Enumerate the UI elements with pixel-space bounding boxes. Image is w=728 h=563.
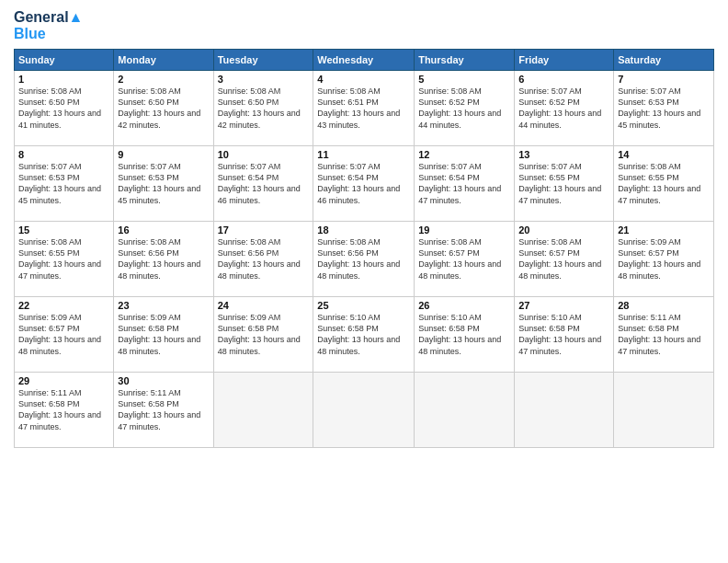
calendar-cell: 22 Sunrise: 5:09 AM Sunset: 6:57 PM Dayl… bbox=[15, 297, 114, 373]
day-number: 15 bbox=[18, 224, 109, 236]
day-number: 27 bbox=[518, 300, 609, 311]
calendar-cell: 7 Sunrise: 5:07 AM Sunset: 6:53 PM Dayli… bbox=[614, 71, 714, 146]
day-number: 20 bbox=[518, 224, 609, 236]
day-info: Sunrise: 5:08 AM Sunset: 6:56 PM Dayligh… bbox=[118, 236, 209, 282]
day-number: 10 bbox=[218, 149, 310, 160]
calendar-header-wednesday: Wednesday bbox=[313, 50, 415, 71]
calendar-header-monday: Monday bbox=[114, 50, 213, 71]
logo-text: General▲ Blue bbox=[14, 9, 83, 41]
day-info: Sunrise: 5:08 AM Sunset: 6:50 PM Dayligh… bbox=[18, 86, 109, 131]
day-number: 29 bbox=[18, 375, 109, 386]
day-info: Sunrise: 5:08 AM Sunset: 6:57 PM Dayligh… bbox=[418, 236, 510, 282]
day-info: Sunrise: 5:10 AM Sunset: 6:58 PM Dayligh… bbox=[418, 312, 510, 357]
logo: General▲ Blue bbox=[14, 9, 83, 41]
day-info: Sunrise: 5:10 AM Sunset: 6:58 PM Dayligh… bbox=[518, 312, 609, 357]
day-number: 19 bbox=[418, 224, 510, 236]
day-number: 24 bbox=[218, 300, 310, 311]
calendar-cell bbox=[614, 373, 714, 448]
day-info: Sunrise: 5:07 AM Sunset: 6:54 PM Dayligh… bbox=[418, 161, 510, 206]
calendar-table: SundayMondayTuesdayWednesdayThursdayFrid… bbox=[14, 49, 714, 448]
day-number: 25 bbox=[317, 300, 410, 311]
calendar-cell: 9 Sunrise: 5:07 AM Sunset: 6:53 PM Dayli… bbox=[114, 146, 213, 222]
calendar-cell: 5 Sunrise: 5:08 AM Sunset: 6:52 PM Dayli… bbox=[415, 71, 515, 146]
day-number: 18 bbox=[317, 224, 410, 236]
day-info: Sunrise: 5:07 AM Sunset: 6:55 PM Dayligh… bbox=[518, 161, 609, 206]
calendar-cell: 6 Sunrise: 5:07 AM Sunset: 6:52 PM Dayli… bbox=[515, 71, 614, 146]
day-info: Sunrise: 5:07 AM Sunset: 6:54 PM Dayligh… bbox=[218, 161, 310, 206]
day-number: 1 bbox=[18, 74, 109, 85]
calendar-cell: 17 Sunrise: 5:08 AM Sunset: 6:56 PM Dayl… bbox=[213, 222, 313, 297]
calendar-cell: 2 Sunrise: 5:08 AM Sunset: 6:50 PM Dayli… bbox=[114, 71, 213, 146]
day-info: Sunrise: 5:08 AM Sunset: 6:55 PM Dayligh… bbox=[618, 161, 710, 206]
day-number: 3 bbox=[218, 74, 310, 85]
day-number: 23 bbox=[118, 300, 209, 311]
day-number: 30 bbox=[118, 375, 209, 386]
day-number: 22 bbox=[18, 300, 109, 311]
calendar-cell: 12 Sunrise: 5:07 AM Sunset: 6:54 PM Dayl… bbox=[415, 146, 515, 222]
calendar-cell: 14 Sunrise: 5:08 AM Sunset: 6:55 PM Dayl… bbox=[614, 146, 714, 222]
calendar-cell: 1 Sunrise: 5:08 AM Sunset: 6:50 PM Dayli… bbox=[15, 71, 114, 146]
calendar-cell: 19 Sunrise: 5:08 AM Sunset: 6:57 PM Dayl… bbox=[415, 222, 515, 297]
page-header: General▲ Blue bbox=[14, 9, 714, 41]
calendar-cell bbox=[515, 373, 614, 448]
calendar-cell: 21 Sunrise: 5:09 AM Sunset: 6:57 PM Dayl… bbox=[614, 222, 714, 297]
calendar-cell: 10 Sunrise: 5:07 AM Sunset: 6:54 PM Dayl… bbox=[213, 146, 313, 222]
day-info: Sunrise: 5:07 AM Sunset: 6:54 PM Dayligh… bbox=[317, 161, 410, 206]
day-number: 6 bbox=[518, 74, 609, 85]
day-number: 9 bbox=[118, 149, 209, 160]
calendar-cell: 26 Sunrise: 5:10 AM Sunset: 6:58 PM Dayl… bbox=[415, 297, 515, 373]
day-number: 26 bbox=[418, 300, 510, 311]
calendar-cell: 28 Sunrise: 5:11 AM Sunset: 6:58 PM Dayl… bbox=[614, 297, 714, 373]
day-info: Sunrise: 5:07 AM Sunset: 6:53 PM Dayligh… bbox=[18, 161, 109, 206]
day-info: Sunrise: 5:09 AM Sunset: 6:58 PM Dayligh… bbox=[118, 312, 209, 357]
day-info: Sunrise: 5:08 AM Sunset: 6:51 PM Dayligh… bbox=[317, 86, 410, 131]
calendar-cell: 15 Sunrise: 5:08 AM Sunset: 6:55 PM Dayl… bbox=[15, 222, 114, 297]
day-number: 4 bbox=[317, 74, 410, 85]
calendar-cell: 16 Sunrise: 5:08 AM Sunset: 6:56 PM Dayl… bbox=[114, 222, 213, 297]
day-number: 11 bbox=[317, 149, 410, 160]
calendar-cell bbox=[313, 373, 415, 448]
day-info: Sunrise: 5:08 AM Sunset: 6:55 PM Dayligh… bbox=[18, 236, 109, 282]
day-info: Sunrise: 5:07 AM Sunset: 6:53 PM Dayligh… bbox=[618, 86, 710, 131]
day-info: Sunrise: 5:08 AM Sunset: 6:52 PM Dayligh… bbox=[418, 86, 510, 131]
day-info: Sunrise: 5:09 AM Sunset: 6:57 PM Dayligh… bbox=[618, 236, 710, 282]
day-info: Sunrise: 5:08 AM Sunset: 6:57 PM Dayligh… bbox=[518, 236, 609, 282]
calendar-cell: 29 Sunrise: 5:11 AM Sunset: 6:58 PM Dayl… bbox=[15, 373, 114, 448]
calendar-cell: 13 Sunrise: 5:07 AM Sunset: 6:55 PM Dayl… bbox=[515, 146, 614, 222]
day-info: Sunrise: 5:08 AM Sunset: 6:56 PM Dayligh… bbox=[317, 236, 410, 282]
day-info: Sunrise: 5:09 AM Sunset: 6:57 PM Dayligh… bbox=[18, 312, 109, 357]
calendar-header-saturday: Saturday bbox=[614, 50, 714, 71]
day-info: Sunrise: 5:11 AM Sunset: 6:58 PM Dayligh… bbox=[18, 387, 109, 432]
day-info: Sunrise: 5:08 AM Sunset: 6:50 PM Dayligh… bbox=[118, 86, 209, 131]
calendar-cell bbox=[415, 373, 515, 448]
day-number: 16 bbox=[118, 224, 209, 236]
day-info: Sunrise: 5:08 AM Sunset: 6:56 PM Dayligh… bbox=[218, 236, 310, 282]
day-number: 17 bbox=[218, 224, 310, 236]
calendar-cell: 11 Sunrise: 5:07 AM Sunset: 6:54 PM Dayl… bbox=[313, 146, 415, 222]
calendar-cell: 18 Sunrise: 5:08 AM Sunset: 6:56 PM Dayl… bbox=[313, 222, 415, 297]
day-info: Sunrise: 5:08 AM Sunset: 6:50 PM Dayligh… bbox=[218, 86, 310, 131]
calendar-cell: 24 Sunrise: 5:09 AM Sunset: 6:58 PM Dayl… bbox=[213, 297, 313, 373]
day-info: Sunrise: 5:11 AM Sunset: 6:58 PM Dayligh… bbox=[618, 312, 710, 357]
calendar-cell: 3 Sunrise: 5:08 AM Sunset: 6:50 PM Dayli… bbox=[213, 71, 313, 146]
day-info: Sunrise: 5:07 AM Sunset: 6:52 PM Dayligh… bbox=[518, 86, 609, 131]
day-number: 21 bbox=[618, 224, 710, 236]
day-info: Sunrise: 5:09 AM Sunset: 6:58 PM Dayligh… bbox=[218, 312, 310, 357]
calendar-cell: 4 Sunrise: 5:08 AM Sunset: 6:51 PM Dayli… bbox=[313, 71, 415, 146]
calendar-header-friday: Friday bbox=[515, 50, 614, 71]
day-info: Sunrise: 5:11 AM Sunset: 6:58 PM Dayligh… bbox=[118, 387, 209, 432]
day-info: Sunrise: 5:07 AM Sunset: 6:53 PM Dayligh… bbox=[118, 161, 209, 206]
day-number: 7 bbox=[618, 74, 710, 85]
calendar-cell: 23 Sunrise: 5:09 AM Sunset: 6:58 PM Dayl… bbox=[114, 297, 213, 373]
calendar-cell: 8 Sunrise: 5:07 AM Sunset: 6:53 PM Dayli… bbox=[15, 146, 114, 222]
calendar-cell: 20 Sunrise: 5:08 AM Sunset: 6:57 PM Dayl… bbox=[515, 222, 614, 297]
calendar-header-tuesday: Tuesday bbox=[213, 50, 313, 71]
calendar-cell: 25 Sunrise: 5:10 AM Sunset: 6:58 PM Dayl… bbox=[313, 297, 415, 373]
calendar-cell bbox=[213, 373, 313, 448]
day-number: 5 bbox=[418, 74, 510, 85]
calendar-header-sunday: Sunday bbox=[15, 50, 114, 71]
day-number: 12 bbox=[418, 149, 510, 160]
day-number: 13 bbox=[518, 149, 609, 160]
day-number: 28 bbox=[618, 300, 710, 311]
calendar-header-thursday: Thursday bbox=[415, 50, 515, 71]
